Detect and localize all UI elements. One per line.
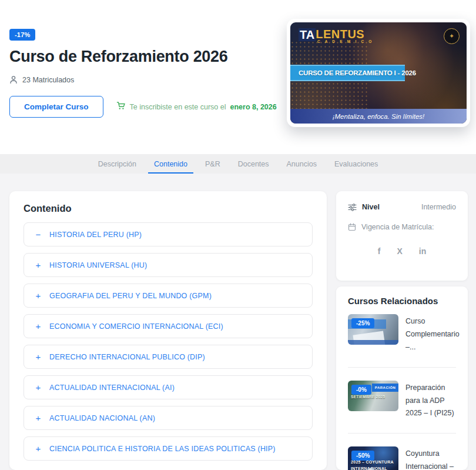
accordion-label: ECONOMIA Y COMERCIO INTERNACIONAL (ECI) [49, 322, 223, 331]
accordion-actualidad-nacional[interactable]: + ACTUALIDAD NACIONAL (AN) [24, 406, 313, 430]
plus-icon: + [35, 352, 42, 361]
validity-label: Vigencia de Matrícula: [361, 223, 434, 231]
content-heading: Contenido [24, 203, 313, 214]
tab-pr[interactable]: P&R [205, 160, 220, 168]
accordion-historia-universal[interactable]: + HISTORIA UNIVERSAL (HU) [24, 253, 313, 277]
course-thumbnail-image: TA LENTUS C A D E M I C O ✦ CURSO DE REF… [290, 22, 467, 124]
logo-lentus-text: LENTUS [316, 28, 364, 40]
calendar-icon [348, 223, 356, 231]
hero-section: -17% Curso de Reforzamiento 2026 23 Matr… [0, 0, 476, 154]
plus-icon: + [35, 291, 42, 300]
level-value: Intermedio [421, 203, 456, 211]
related-course-item[interactable]: -25% Curso Complementario –... [348, 314, 456, 354]
related-courses-heading: Cursos Relacionados [348, 296, 456, 306]
globe-shape [368, 468, 375, 470]
enrollment-note: Te inscribiste en este curso el enero 8,… [116, 101, 277, 112]
body-area: Contenido − HISTORIA DEL PERU (HP) + HIS… [0, 174, 476, 470]
thumbnail-title-text: 2025 – COYUNTURA INTERNACIONAL [351, 459, 398, 470]
accordion-label: HISTORIA DEL PERU (HP) [49, 231, 142, 239]
discount-badge: -0% [351, 385, 371, 395]
complete-course-button[interactable]: Completar Curso [9, 96, 103, 118]
thumbnail-bottom-strip [348, 340, 398, 345]
related-course-title: Curso Complementario –... [405, 314, 460, 354]
plus-icon: + [35, 414, 42, 422]
accordion-ciencia-politica[interactable]: + CIENCIA POLITICA E HISTORIA DE LAS IDE… [24, 436, 313, 461]
enrolled-count: 23 Matriculados [22, 76, 74, 84]
related-course-thumbnail: -25% [348, 314, 398, 345]
discount-badge: -25% [351, 318, 374, 328]
sidebar: Nivel Intermedio Vigencia de Matrícula: … [336, 191, 468, 470]
accordion-label: ACTUALIDAD INTERNACIONAL (AI) [49, 384, 175, 392]
academy-emblem-icon: ✦ [444, 28, 460, 44]
divider [348, 433, 456, 434]
accordion-geografia[interactable]: + GEOGRAFIA DEL PERU Y DEL MUNDO (GPM) [24, 284, 313, 308]
plus-icon: + [35, 383, 42, 392]
related-course-item[interactable]: 2025 – COYUNTURA INTERNACIONAL -50% Coyu… [348, 446, 456, 470]
enrollment-note-text: Te inscribiste en este curso el [130, 103, 226, 111]
course-tabs: Descripción Contenido P&R Docentes Anunc… [0, 154, 476, 174]
accordion-label: ACTUALIDAD NACIONAL (AN) [49, 414, 155, 422]
accordion-economia[interactable]: + ECONOMIA Y COMERCIO INTERNACIONAL (ECI… [24, 314, 313, 338]
divider [348, 367, 456, 368]
tab-docentes[interactable]: Docentes [238, 160, 269, 168]
tab-evaluaciones[interactable]: Evaluaciones [334, 160, 378, 168]
course-thumbnail: TA LENTUS C A D E M I C O ✦ CURSO DE REF… [287, 19, 470, 127]
level-label: Nivel [362, 203, 380, 211]
person-icon [9, 75, 18, 84]
social-row: f X in [348, 246, 456, 256]
thumbnail-tagline: ¡Mentaliza, enfoca. Sin límites! [290, 109, 467, 124]
level-icon [348, 204, 357, 211]
related-course-item[interactable]: PARACIÓN SETIEMBRE 2025 -0% Preparación … [348, 381, 456, 421]
cart-icon [116, 101, 126, 112]
enrollment-date: enero 8, 2026 [230, 103, 277, 111]
accordion-label: CIENCIA POLITICA E HISTORIA DE LAS IDEAS… [49, 445, 276, 453]
related-course-thumbnail: PARACIÓN SETIEMBRE 2025 -0% [348, 381, 398, 411]
accordion-label: GEOGRAFIA DEL PERU Y DEL MUNDO (GPM) [49, 292, 212, 300]
discount-badge: -50% [351, 451, 374, 461]
logo-academico-text: C A D E M I C O [317, 40, 374, 44]
minus-icon: − [35, 230, 42, 239]
related-courses-card: Cursos Relacionados -25% Curso Complemen… [336, 286, 468, 470]
accordion-derecho[interactable]: + DERECHO INTERNACIONAL PUBLICO (DIP) [24, 345, 313, 369]
plus-icon: + [35, 322, 42, 331]
logo-ta-mark: TA [299, 28, 316, 41]
course-page: -17% Curso de Reforzamiento 2026 23 Matr… [0, 0, 476, 470]
plus-icon: + [35, 444, 42, 453]
facebook-button[interactable]: f [378, 246, 381, 256]
related-course-title: Preparación para la ADP 2025 – I (PI25) [405, 381, 456, 421]
content-card: Contenido − HISTORIA DEL PERU (HP) + HIS… [9, 191, 327, 470]
course-info-card: Nivel Intermedio Vigencia de Matrícula: … [336, 191, 468, 281]
tab-contenido[interactable]: Contenido [154, 160, 187, 168]
accordion-label: DERECHO INTERNACIONAL PUBLICO (DIP) [49, 353, 205, 361]
level-row: Nivel Intermedio [348, 203, 456, 211]
accordion-actualidad-internacional[interactable]: + ACTUALIDAD INTERNACIONAL (AI) [24, 375, 313, 399]
related-course-title: Coyuntura Internacional – CI [405, 446, 456, 470]
discount-badge: -17% [9, 29, 35, 41]
talentus-logo: TA LENTUS C A D E M I C O [299, 28, 374, 44]
x-twitter-button[interactable]: X [397, 246, 402, 256]
tab-anuncios[interactable]: Anuncios [287, 160, 317, 168]
tab-descripcion[interactable]: Descripción [98, 160, 136, 168]
thumbnail-date-text: SETIEMBRE 2025 [351, 395, 385, 399]
related-course-thumbnail: 2025 – COYUNTURA INTERNACIONAL -50% [348, 446, 398, 470]
plus-icon: + [35, 261, 42, 269]
linkedin-button[interactable]: in [419, 246, 426, 256]
accordion-label: HISTORIA UNIVERSAL (HU) [49, 261, 147, 269]
accordion-historia-del-peru[interactable]: − HISTORIA DEL PERU (HP) [24, 222, 313, 246]
validity-row: Vigencia de Matrícula: [348, 223, 456, 231]
thumbnail-banner: CURSO DE REFORZAMIENTO I - 2026 [290, 65, 405, 81]
thumbnail-banner-text: PARACIÓN [372, 384, 398, 392]
